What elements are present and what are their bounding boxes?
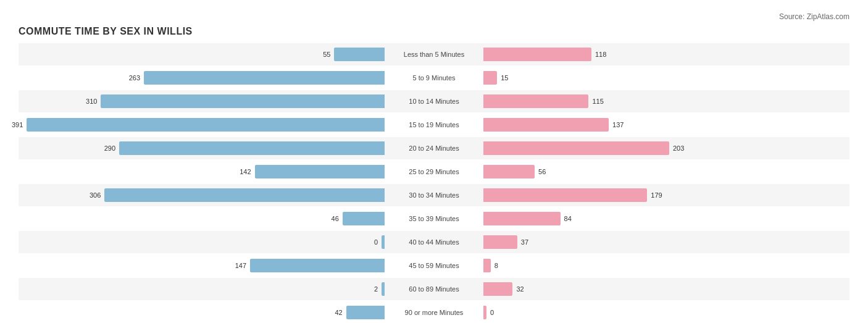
female-value: 8 (491, 262, 498, 269)
female-value: 118 (591, 51, 606, 58)
female-value: 203 (669, 145, 684, 152)
left-side: 391 (19, 114, 385, 136)
bar-female: 84 (483, 212, 561, 225)
female-value: 32 (512, 285, 524, 293)
right-side: 137 (483, 114, 849, 136)
row-label: 10 to 14 Minutes (385, 98, 483, 105)
left-side: 290 (19, 137, 385, 159)
row-label: Less than 5 Minutes (385, 51, 483, 58)
right-side: 8 (483, 254, 849, 277)
male-value: 306 (90, 191, 104, 199)
row-label: 35 to 39 Minutes (385, 215, 483, 222)
chart-row: 263 5 to 9 Minutes 15 (19, 67, 849, 89)
bar-male: 42 (346, 306, 385, 319)
right-side: 32 (483, 278, 849, 300)
bar-female: 118 (483, 48, 591, 61)
right-side: 0 (483, 301, 849, 323)
bar-female: 115 (483, 94, 588, 108)
right-side: 15 (483, 67, 849, 89)
bar-female: 137 (483, 118, 609, 132)
male-value: 142 (240, 168, 254, 175)
male-value: 2 (374, 285, 382, 293)
chart-title: COMMUTE TIME BY SEX IN WILLIS (19, 26, 849, 37)
female-value: 84 (561, 215, 572, 222)
bar-male: 46 (343, 212, 385, 225)
chart-area: 55 Less than 5 Minutes 118 263 5 to 9 Mi… (19, 43, 849, 323)
right-side: 56 (483, 161, 849, 183)
row-label: 90 or more Minutes (385, 309, 483, 316)
left-side: 306 (19, 184, 385, 206)
left-side: 147 (19, 254, 385, 277)
chart-row: 391 15 to 19 Minutes 137 (19, 114, 849, 136)
left-side: 263 (19, 67, 385, 89)
bar-female: 179 (483, 188, 647, 202)
bar-female: 203 (483, 141, 669, 155)
bar-female: 56 (483, 165, 535, 178)
right-side: 179 (483, 184, 849, 206)
chart-row: 310 10 to 14 Minutes 115 (19, 90, 849, 112)
female-value: 179 (647, 191, 662, 199)
left-side: 310 (19, 90, 385, 112)
bar-male: 263 (144, 71, 385, 85)
row-label: 15 to 19 Minutes (385, 121, 483, 128)
right-side: 37 (483, 231, 849, 253)
chart-row: 46 35 to 39 Minutes 84 (19, 208, 849, 230)
right-side: 115 (483, 90, 849, 112)
female-value: 37 (517, 238, 528, 246)
male-value: 46 (332, 215, 343, 222)
bar-female: 32 (483, 282, 512, 296)
bar-male: 310 (101, 94, 385, 108)
row-label: 40 to 44 Minutes (385, 238, 483, 246)
chart-row: 0 40 to 44 Minutes 37 (19, 231, 849, 253)
left-side: 42 (19, 301, 385, 323)
female-value: 137 (609, 121, 624, 128)
bar-male: 306 (104, 188, 385, 202)
chart-row: 142 25 to 29 Minutes 56 (19, 161, 849, 183)
row-label: 45 to 59 Minutes (385, 262, 483, 269)
male-value: 310 (86, 98, 101, 105)
right-side: 203 (483, 137, 849, 159)
male-value: 391 (12, 121, 27, 128)
chart-row: 55 Less than 5 Minutes 118 (19, 43, 849, 65)
source-text: Source: ZipAtlas.com (19, 12, 849, 21)
male-value: 55 (323, 51, 334, 58)
bar-male: 391 (27, 118, 385, 132)
chart-row: 2 60 to 89 Minutes 32 (19, 278, 849, 300)
row-label: 25 to 29 Minutes (385, 168, 483, 175)
male-value: 263 (129, 74, 144, 82)
row-label: 60 to 89 Minutes (385, 285, 483, 293)
male-value: 147 (235, 262, 250, 269)
left-side: 55 (19, 43, 385, 65)
bar-male: 55 (334, 48, 385, 61)
chart-row: 147 45 to 59 Minutes 8 (19, 254, 849, 277)
female-value: 0 (486, 309, 494, 316)
bar-male: 147 (250, 259, 385, 272)
bar-female: 37 (483, 235, 517, 249)
male-value: 0 (374, 238, 382, 246)
male-value: 42 (335, 309, 346, 316)
left-side: 0 (19, 231, 385, 253)
left-side: 2 (19, 278, 385, 300)
male-value: 290 (104, 145, 119, 152)
female-value: 15 (497, 74, 508, 82)
chart-row: 42 90 or more Minutes 0 (19, 301, 849, 323)
chart-row: 306 30 to 34 Minutes 179 (19, 184, 849, 206)
left-side: 46 (19, 208, 385, 230)
bar-female: 15 (483, 71, 497, 85)
right-side: 118 (483, 43, 849, 65)
bar-female: 0 (483, 306, 486, 319)
row-label: 30 to 34 Minutes (385, 191, 483, 199)
chart-row: 290 20 to 24 Minutes 203 (19, 137, 849, 159)
row-label: 20 to 24 Minutes (385, 145, 483, 152)
right-side: 84 (483, 208, 849, 230)
bar-male: 290 (119, 141, 385, 155)
bar-female: 8 (483, 259, 491, 272)
row-label: 5 to 9 Minutes (385, 74, 483, 82)
left-side: 142 (19, 161, 385, 183)
female-value: 56 (535, 168, 546, 175)
bar-male: 142 (255, 165, 385, 178)
female-value: 115 (588, 98, 603, 105)
